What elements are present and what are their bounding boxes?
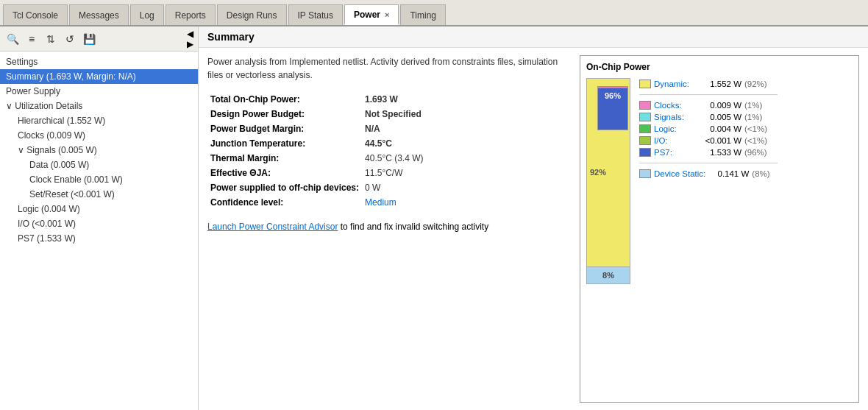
legend-label: Device Static: xyxy=(654,169,705,178)
sort-icon[interactable]: ⇅ xyxy=(43,31,59,47)
stat-label: Junction Temperature: xyxy=(207,136,362,151)
align-icon[interactable]: ≡ xyxy=(24,31,40,47)
legend-row: Device Static:0.141 W(8%) xyxy=(639,169,778,178)
legend-pct: (8%) xyxy=(752,169,778,178)
legend-value: 0.141 W xyxy=(708,169,749,178)
legend-pct: (<1%) xyxy=(744,124,770,133)
stat-value: N/A xyxy=(362,121,565,136)
search-icon[interactable]: 🔍 xyxy=(4,31,21,47)
stat-row: Total On-Chip Power:1.693 W xyxy=(207,92,565,107)
legend-value: 1.552 W xyxy=(701,79,741,88)
summary-description: Power analysis from Implemented netlist.… xyxy=(207,55,565,82)
legend-value: 0.009 W xyxy=(701,101,741,110)
legend-swatch xyxy=(639,124,651,133)
stat-row: Junction Temperature:44.5°C xyxy=(207,136,565,151)
legend-swatch xyxy=(639,101,651,110)
legend-pct: (96%) xyxy=(744,148,770,157)
dynamic-bar-segment: 96% 92% xyxy=(586,78,630,266)
ps7-seg: 96% xyxy=(598,88,627,130)
tab-tcl-console[interactable]: Tcl Console xyxy=(3,4,68,25)
left-panel: 🔍 ≡ ⇅ ↺ 💾 ◀▶ SettingsSummary (1.693 W, M… xyxy=(0,26,199,410)
stat-label: Power supplied to off-chip devices: xyxy=(207,180,362,195)
stat-value[interactable]: Medium xyxy=(362,195,565,210)
content-body: Power analysis from Implemented netlist.… xyxy=(199,48,868,410)
stat-label: Confidence level: xyxy=(207,195,362,210)
nav-item[interactable]: ∨ Utilization Details xyxy=(0,99,198,113)
stat-label: Effective ΘJA: xyxy=(207,166,362,180)
tab-log[interactable]: Log xyxy=(130,4,164,25)
nav-item[interactable]: Set/Reset (<0.001 W) xyxy=(0,187,198,202)
nav-item[interactable]: I/O (<0.001 W) xyxy=(0,216,198,231)
nav-item[interactable]: Clock Enable (0.001 W) xyxy=(0,172,198,187)
launch-link[interactable]: Launch Power Constraint Advisor xyxy=(207,222,338,232)
legend-value: 1.533 W xyxy=(701,148,741,157)
power-chart-section: On-Chip Power xyxy=(580,55,859,403)
nav-item[interactable]: Logic (0.004 W) xyxy=(0,202,198,216)
stat-label: Thermal Margin: xyxy=(207,151,362,166)
inner-pct-label: 96% xyxy=(598,88,627,100)
legend-divider xyxy=(639,163,778,163)
stat-label: Power Budget Margin: xyxy=(207,121,362,136)
tab-messages[interactable]: Messages xyxy=(69,4,129,25)
legend-pct: (1%) xyxy=(744,101,770,110)
legend-row: PS7:1.533 W(96%) xyxy=(639,148,778,157)
inner-breakdown-bar: 96% xyxy=(597,86,628,130)
stat-value: 40.5°C (3.4 W) xyxy=(362,151,565,166)
legend-pct: (1%) xyxy=(744,113,770,121)
legend-swatch xyxy=(639,148,651,157)
stat-row: Thermal Margin:40.5°C (3.4 W) xyxy=(207,151,565,166)
refresh-icon[interactable]: ↺ xyxy=(62,31,78,47)
legend-value: 0.005 W xyxy=(701,113,741,121)
static-bar-segment: 8% xyxy=(586,266,630,284)
tab-timing[interactable]: Timing xyxy=(400,4,446,25)
save-icon[interactable]: 💾 xyxy=(81,31,97,47)
static-pct-label: 8% xyxy=(602,271,614,280)
summary-section: Power analysis from Implemented netlist.… xyxy=(207,55,565,403)
nav-item[interactable]: Settings xyxy=(0,54,198,69)
nav-item[interactable]: Hierarchical (1.552 W) xyxy=(0,113,198,128)
tab-power[interactable]: Power× xyxy=(344,4,399,25)
stat-value: 0 W xyxy=(362,180,565,195)
legend-swatch xyxy=(639,169,651,178)
tab-ip-status[interactable]: IP Status xyxy=(288,4,343,25)
stat-value: 11.5°C/W xyxy=(362,166,565,180)
stats-table: Total On-Chip Power:1.693 WDesign Power … xyxy=(207,92,565,210)
legend-label: Logic: xyxy=(654,124,698,133)
nav-item[interactable]: PS7 (1.533 W) xyxy=(0,231,198,246)
tab-design-runs[interactable]: Design Runs xyxy=(217,4,287,25)
nav-item[interactable]: Power Supply xyxy=(0,84,198,99)
content-area: Summary Power analysis from Implemented … xyxy=(199,26,868,410)
nav-item[interactable]: Summary (1.693 W, Margin: N/A) xyxy=(0,69,198,84)
legend-swatch xyxy=(639,79,651,88)
legend-area: Dynamic:1.552 W(92%)Clocks:0.009 W(1%)Si… xyxy=(639,78,778,178)
chart-content: 96% 92% 8% Dynamic:1.552 W(92%)Clocks:0.… xyxy=(586,78,853,284)
tab-reports[interactable]: Reports xyxy=(166,4,216,25)
legend-swatch xyxy=(639,136,651,145)
legend-pct: (92%) xyxy=(744,79,770,88)
legend-row: Signals:0.005 W(1%) xyxy=(639,113,778,121)
stat-row: Effective ΘJA:11.5°C/W xyxy=(207,166,565,180)
legend-label: Clocks: xyxy=(654,101,698,110)
legend-row: I/O:<0.001 W(<1%) xyxy=(639,136,778,145)
legend-label: Dynamic: xyxy=(654,79,698,88)
page-title: Summary xyxy=(207,31,255,43)
stat-value: 1.693 W xyxy=(362,92,565,107)
collapse-arrow-icon[interactable]: ◀▶ xyxy=(187,29,193,49)
legend-row: Clocks:0.009 W(1%) xyxy=(639,101,778,110)
nav-item[interactable]: Data (0.005 W) xyxy=(0,158,198,172)
stat-row: Power Budget Margin:N/A xyxy=(207,121,565,136)
launch-section: Launch Power Constraint Advisor to find … xyxy=(207,220,565,233)
stat-label: Design Power Budget: xyxy=(207,107,362,121)
stat-row: Power supplied to off-chip devices:0 W xyxy=(207,180,565,195)
tab-close-icon[interactable]: × xyxy=(385,10,389,19)
legend-label: PS7: xyxy=(654,148,698,157)
nav-item[interactable]: Clocks (0.009 W) xyxy=(0,128,198,143)
legend-divider xyxy=(639,94,778,95)
stat-label: Total On-Chip Power: xyxy=(207,92,362,107)
legend-label: Signals: xyxy=(654,113,698,121)
nav-item[interactable]: ∨ Signals (0.005 W) xyxy=(0,143,198,158)
stat-value: 44.5°C xyxy=(362,136,565,151)
tab-bar: Tcl ConsoleMessagesLogReportsDesign Runs… xyxy=(0,0,868,26)
stat-row: Design Power Budget:Not Specified xyxy=(207,107,565,121)
toolbar: 🔍 ≡ ⇅ ↺ 💾 ◀▶ xyxy=(0,26,198,52)
